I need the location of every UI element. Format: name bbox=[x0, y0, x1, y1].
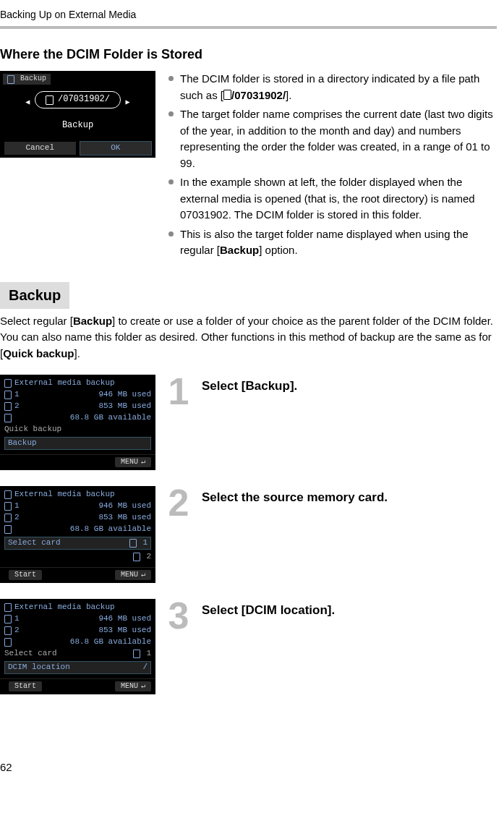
avail: 68.8 GB available bbox=[70, 412, 151, 424]
lcd1-tab: Backup bbox=[3, 74, 51, 85]
lcd-title: External media backup bbox=[14, 378, 115, 389]
slot1-num: 1 bbox=[14, 389, 20, 401]
card-icon bbox=[4, 379, 12, 388]
page-header: Backing Up on External Media bbox=[0, 7, 497, 26]
step-3: External media backup 1946 MB used 2853 … bbox=[0, 599, 497, 694]
lcd1-ok: OK bbox=[80, 142, 152, 155]
drive-icon bbox=[4, 414, 12, 422]
lcd-title: External media backup bbox=[14, 602, 115, 613]
slot2-icon bbox=[4, 626, 12, 635]
backup-heading: Backup bbox=[0, 282, 69, 309]
step2-text: Select the source memory card. bbox=[202, 486, 388, 507]
step-2: External media backup 1946 MB used 2853 … bbox=[0, 486, 497, 583]
dcim-bullets: The DCIM folder is stored in a directory… bbox=[168, 71, 497, 262]
slot1-num: 1 bbox=[14, 501, 20, 512]
bullet-2: The target folder name comprises the cur… bbox=[168, 106, 497, 171]
slot1-icon bbox=[4, 615, 12, 623]
backup-row-selected: Backup bbox=[4, 437, 151, 450]
card-icon bbox=[4, 490, 12, 499]
menu-label: MENU bbox=[121, 457, 138, 467]
slot-val: 1 bbox=[146, 648, 151, 660]
menu-label: MENU bbox=[121, 681, 138, 691]
slot-icon bbox=[133, 650, 140, 658]
slot1-used: 946 MB used bbox=[98, 613, 151, 625]
backup-row-label: Backup bbox=[8, 438, 37, 449]
slot2-icon bbox=[4, 514, 12, 522]
lcd1-path-pill: /07031902/ bbox=[35, 91, 121, 108]
step1-number: 1 bbox=[163, 375, 195, 409]
slot2-used: 853 MB used bbox=[98, 512, 151, 524]
arrow-right-icon: ▶ bbox=[126, 99, 130, 107]
slot1-icon bbox=[4, 391, 12, 399]
bullet-1b: /07031902/ bbox=[231, 89, 286, 101]
avail: 68.8 GB available bbox=[70, 636, 151, 648]
intro-d: Quick backup bbox=[3, 347, 74, 359]
menu-chip: MENU↵ bbox=[115, 457, 151, 467]
select-card-row: Select card 1 bbox=[4, 537, 151, 550]
select-card-row: Select card 1 bbox=[0, 648, 155, 660]
card-icon bbox=[7, 75, 14, 84]
page-number: 62 bbox=[0, 759, 497, 775]
lcd-step3: External media backup 1946 MB used 2853 … bbox=[0, 599, 155, 694]
select-card-value: 1 bbox=[129, 537, 148, 549]
menu-chip: MENU↵ bbox=[115, 570, 151, 580]
step3-text: Select [DCIM location]. bbox=[202, 599, 335, 620]
slot1-used: 946 MB used bbox=[98, 389, 151, 401]
slot1-icon bbox=[4, 502, 12, 511]
dcim-location-row: DCIM location / bbox=[4, 661, 151, 674]
slot-val: 1 bbox=[142, 537, 148, 549]
slot2-num: 2 bbox=[14, 401, 20, 412]
slot2-num: 2 bbox=[14, 625, 20, 636]
intro-e: ]. bbox=[74, 347, 80, 359]
intro-b: Backup bbox=[73, 315, 112, 327]
dcim-loc-value: / bbox=[142, 662, 148, 673]
return-icon: ↵ bbox=[141, 457, 145, 467]
lcd1-label: Backup bbox=[0, 119, 155, 132]
slot1-num: 1 bbox=[14, 613, 20, 625]
lcd-backup-path: Backup ◀ /07031902/ ▶ Backup Cancel OK bbox=[0, 71, 155, 158]
section-title-dcim: Where the DCIM Folder is Stored bbox=[0, 45, 497, 64]
backup-intro: Select regular [Backup] to create or use… bbox=[0, 313, 497, 362]
bullet-4b: Backup bbox=[220, 244, 259, 256]
dcim-loc-label: DCIM location bbox=[8, 662, 70, 673]
return-icon: ↵ bbox=[141, 681, 145, 691]
lcd-title: External media backup bbox=[14, 489, 115, 501]
bullet-1c: ]. bbox=[286, 89, 291, 101]
bullet-4: This is also the target folder name disp… bbox=[168, 226, 497, 259]
select-card-row2: 2 bbox=[0, 551, 155, 563]
menu-chip: MENU↵ bbox=[115, 681, 151, 691]
intro-a: Select regular [ bbox=[0, 315, 73, 327]
slot-icon bbox=[129, 539, 137, 548]
start-chip: Start bbox=[9, 570, 42, 580]
slot2-used: 853 MB used bbox=[98, 401, 151, 412]
bullet-3: In the example shown at left, the folder… bbox=[168, 174, 497, 223]
lcd-step2: External media backup 1946 MB used 2853 … bbox=[0, 486, 155, 583]
card-icon bbox=[4, 603, 12, 612]
lcd1-tab-label: Backup bbox=[20, 74, 46, 85]
lcd1-cancel: Cancel bbox=[4, 142, 76, 155]
drive-icon bbox=[46, 95, 54, 105]
slot2-num: 2 bbox=[14, 512, 20, 524]
slot1-used: 946 MB used bbox=[98, 501, 151, 512]
slot2-used: 853 MB used bbox=[98, 625, 151, 636]
drive-icon-inline bbox=[223, 90, 231, 100]
step1-text: Select [Backup]. bbox=[202, 375, 297, 396]
drive-icon bbox=[4, 638, 12, 647]
quick-backup-row: Quick backup bbox=[0, 424, 155, 435]
step3-number: 3 bbox=[163, 599, 195, 633]
select-card-label: Select card bbox=[4, 648, 57, 660]
drive-icon bbox=[4, 525, 12, 534]
slot2-icon bbox=[4, 402, 12, 411]
bullet-1: The DCIM folder is stored in a directory… bbox=[168, 71, 497, 103]
arrow-left-icon: ◀ bbox=[25, 99, 30, 107]
step-1: External media backup 1946 MB used 2853 … bbox=[0, 375, 497, 470]
return-icon: ↵ bbox=[141, 570, 145, 580]
slot-icon bbox=[133, 553, 140, 561]
header-rule bbox=[0, 26, 497, 29]
select-card-label: Select card bbox=[8, 537, 61, 549]
lcd1-path-text: /07031902/ bbox=[58, 93, 110, 106]
slot-val2: 2 bbox=[146, 551, 151, 563]
menu-label: MENU bbox=[121, 570, 138, 580]
bullet-4c: ] option. bbox=[259, 244, 297, 256]
step2-number: 2 bbox=[163, 486, 195, 520]
